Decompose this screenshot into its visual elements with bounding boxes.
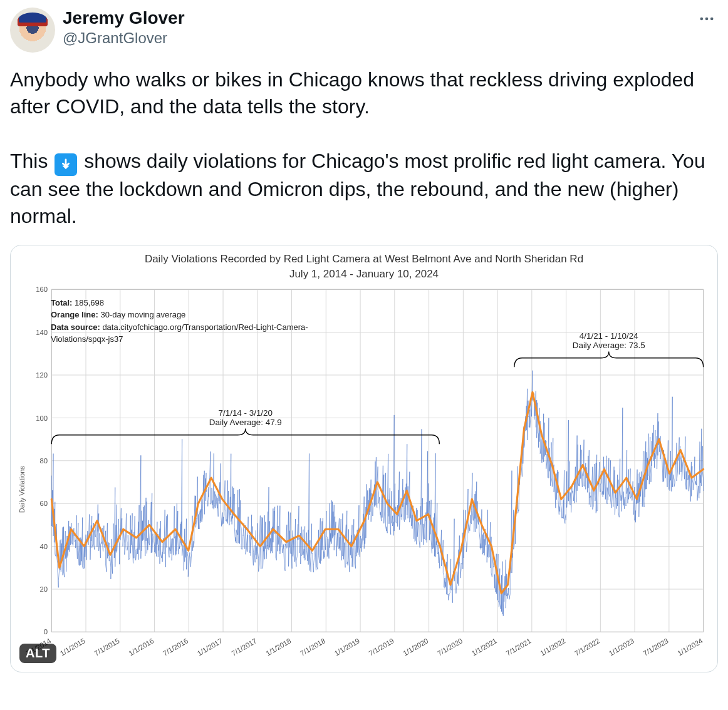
svg-text:160: 160 <box>36 286 48 293</box>
svg-text:7/1/2015: 7/1/2015 <box>93 637 121 657</box>
legend-orange-label: Orange line: <box>51 310 98 319</box>
svg-text:1/1/2018: 1/1/2018 <box>264 637 292 657</box>
svg-text:1/1/2019: 1/1/2019 <box>333 637 361 657</box>
display-name: Jeremy Glover <box>63 9 185 28</box>
legend-total-value: 185,698 <box>75 298 104 307</box>
chart-title-line1: Daily Violations Recorded by Red Light C… <box>145 253 583 265</box>
more-icon <box>698 10 715 28</box>
svg-text:1/1/2016: 1/1/2016 <box>127 637 155 657</box>
svg-text:80: 80 <box>39 456 48 464</box>
svg-point-1 <box>705 18 709 21</box>
svg-text:7/1/2021: 7/1/2021 <box>505 637 533 657</box>
legend-orange-value: 30-day moving average <box>100 310 185 319</box>
svg-text:20: 20 <box>39 585 48 593</box>
chart-card[interactable]: Daily Violations Recorded by Red Light C… <box>10 245 718 672</box>
user-handle: @JGrantGlover <box>63 28 185 48</box>
svg-point-0 <box>700 18 704 21</box>
legend-source-label: Data source: <box>51 322 100 332</box>
svg-text:120: 120 <box>36 371 48 379</box>
svg-text:4/1/21 - 1/10/24: 4/1/21 - 1/10/24 <box>580 331 638 340</box>
svg-text:7/1/2017: 7/1/2017 <box>231 637 258 657</box>
svg-text:7/1/2016: 7/1/2016 <box>162 637 189 657</box>
svg-text:1/1/2017: 1/1/2017 <box>196 637 224 657</box>
svg-text:7/1/2020: 7/1/2020 <box>436 637 464 657</box>
chart-container: Daily Violations Recorded by Red Light C… <box>11 245 717 672</box>
chart-title: Daily Violations Recorded by Red Light C… <box>17 252 711 282</box>
y-axis-label: Daily Violations <box>17 283 26 671</box>
svg-text:7/1/2022: 7/1/2022 <box>573 637 601 657</box>
tweet-text: Anybody who walks or bikes in Chicago kn… <box>10 66 718 230</box>
svg-point-2 <box>710 18 714 21</box>
svg-text:Daily Average: 47.9: Daily Average: 47.9 <box>209 418 282 427</box>
svg-text:1/1/2024: 1/1/2024 <box>676 637 704 657</box>
svg-text:1/1/2022: 1/1/2022 <box>539 637 566 657</box>
svg-text:1/1/2021: 1/1/2021 <box>471 637 498 657</box>
legend-total-label: Total: <box>51 298 72 307</box>
tweet-header: Jeremy Glover @JGrantGlover <box>10 8 718 53</box>
svg-text:1/1/2015: 1/1/2015 <box>59 637 86 657</box>
avatar[interactable] <box>10 8 55 53</box>
down-arrow-emoji <box>55 153 77 176</box>
svg-text:7/1/2019: 7/1/2019 <box>368 637 395 657</box>
tweet-text-part2: shows daily violations for Chicago's mos… <box>10 150 711 227</box>
tweet: Jeremy Glover @JGrantGlover Anybody who … <box>0 0 728 672</box>
svg-text:0: 0 <box>44 628 48 635</box>
user-names[interactable]: Jeremy Glover @JGrantGlover <box>63 9 185 48</box>
svg-text:140: 140 <box>36 328 48 336</box>
svg-text:40: 40 <box>39 542 48 550</box>
svg-text:100: 100 <box>36 414 48 421</box>
svg-text:60: 60 <box>39 500 48 507</box>
chart-legend: Total: 185,698 Orange line: 30-day movin… <box>51 297 339 346</box>
more-button[interactable] <box>695 8 718 30</box>
svg-text:1/1/2023: 1/1/2023 <box>608 637 635 657</box>
svg-text:Daily Average: 73.5: Daily Average: 73.5 <box>573 341 645 350</box>
chart-plot: 0204060801001201401607/1/20141/1/20157/1… <box>26 283 711 671</box>
chart-title-line2: July 1, 2014 - January 10, 2024 <box>289 268 439 280</box>
svg-text:7/1/2018: 7/1/2018 <box>299 637 326 657</box>
svg-text:7/1/2023: 7/1/2023 <box>642 637 670 657</box>
alt-badge[interactable]: ALT <box>19 644 56 663</box>
svg-text:1/1/2020: 1/1/2020 <box>402 637 429 657</box>
svg-text:7/1/14 - 3/1/20: 7/1/14 - 3/1/20 <box>219 408 273 417</box>
